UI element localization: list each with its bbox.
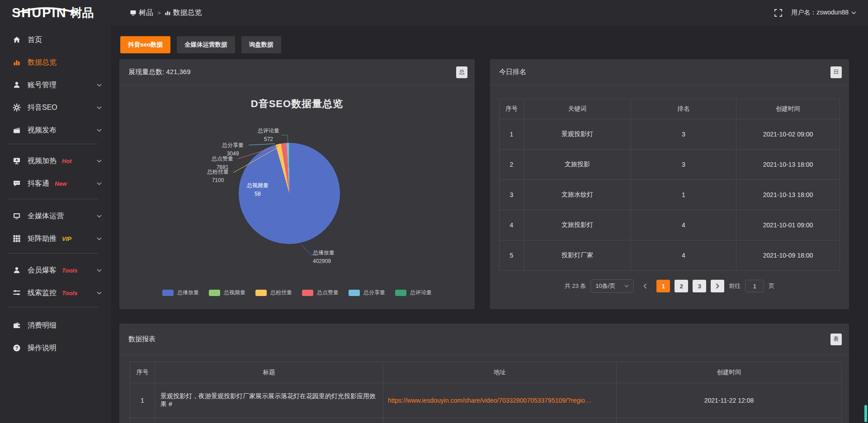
chevron-down-icon — [624, 285, 629, 287]
legend-item-comments[interactable]: 总评论量 — [395, 289, 432, 296]
report-row-created: 2021-11-22 12:08 — [617, 383, 842, 418]
chevron-down-icon — [97, 84, 102, 87]
next-page-button[interactable] — [711, 280, 724, 292]
day-mode-button[interactable]: 日 — [830, 66, 842, 78]
rank-row-index: 4 — [500, 210, 524, 240]
legend-swatch — [209, 290, 220, 296]
chart-panel-header: 展现量总数: 421,369 总 — [119, 59, 475, 85]
sidebar-item-label: 线索监控 — [28, 288, 57, 298]
page-button-2[interactable]: 2 — [675, 280, 688, 292]
wallet-icon — [13, 321, 21, 329]
legend-item-fans[interactable]: 总粉丝量 — [255, 289, 292, 296]
clapperboard-icon — [13, 126, 21, 134]
logo-arc-icon — [16, 7, 76, 13]
sidebar-item-label: 操作说明 — [28, 343, 57, 353]
sidebar-item-media-ops[interactable]: 全媒体运营 — [0, 205, 111, 227]
column-header: 创建时间 — [736, 99, 840, 119]
pagination: 共 23 条 10条/页 1 2 3 前往 页 — [490, 279, 849, 293]
chevron-down-icon — [97, 237, 102, 240]
hot-badge: Hot — [62, 158, 72, 164]
legend-item-plays[interactable]: 总播放量 — [162, 289, 199, 296]
pie-label-plays: 总播放量 402909 — [313, 249, 363, 266]
sidebar-item-label: 抖音SEO — [28, 103, 57, 113]
column-header: 序号 — [130, 362, 155, 383]
sidebar-item-data-overview[interactable]: 数据总览 — [0, 51, 111, 74]
rank-row-index: 3 — [500, 180, 524, 210]
impressions-chart-panel: 展现量总数: 421,369 总 D音SEO数据量总览 总评论量 572 总分享… — [119, 59, 475, 309]
chat-bubble-icon — [13, 179, 21, 188]
sidebar-item-label: 全媒体运营 — [28, 212, 64, 221]
report-row-empty — [383, 418, 617, 423]
sliders-icon — [13, 289, 21, 297]
page-button-1[interactable]: 1 — [656, 280, 670, 292]
chevron-down-icon — [97, 215, 102, 218]
legend-item-shares[interactable]: 总分享量 — [349, 289, 385, 296]
prev-page-button[interactable] — [638, 280, 652, 292]
sidebar-divider — [8, 307, 98, 307]
breadcrumb: 树品 > 数据总览 — [111, 8, 202, 18]
breadcrumb-current-label: 数据总览 — [173, 8, 202, 18]
rank-row-rank: 3 — [631, 119, 736, 150]
top-header: SHUPIN 树品 树品 > 数据总览 用户名：zswodun88 — [0, 0, 868, 25]
column-header: 排名 — [631, 99, 736, 119]
sidebar-item-home[interactable]: 首页 — [0, 28, 111, 51]
rank-row-created: 2021-10-13 18:00 — [736, 150, 840, 180]
sidebar-item-doukertong[interactable]: 抖客通 New — [0, 172, 111, 195]
chevron-down-icon — [97, 106, 102, 109]
report-row-title: 景观投影灯，夜游景观投影灯厂家展示展示落花灯在花园里的灯光投影应用效果 # — [155, 383, 383, 418]
rank-row-rank: 4 — [631, 210, 736, 240]
chart-title: D音SEO数据量总览 — [119, 97, 475, 111]
sidebar-item-consumption-detail[interactable]: 消费明细 — [0, 314, 111, 337]
rank-panel-title: 今日排名 — [499, 68, 526, 76]
table-mode-button[interactable]: 表 — [830, 334, 842, 345]
page-size-select[interactable]: 10条/页 — [590, 279, 634, 293]
total-mode-button[interactable]: 总 — [456, 66, 467, 78]
rank-row-rank: 3 — [631, 150, 736, 180]
rank-row-rank: 4 — [631, 240, 736, 271]
rank-row-keyword: 投影灯厂家 — [524, 240, 631, 271]
sidebar-item-video-publish[interactable]: 视频发布 — [0, 119, 111, 141]
chevron-down-icon — [97, 160, 102, 163]
sidebar-item-instructions[interactable]: ? 操作说明 — [0, 337, 111, 359]
chevron-down-icon — [97, 269, 102, 272]
fullscreen-icon[interactable] — [774, 9, 782, 17]
legend-item-likes[interactable]: 总点赞量 — [302, 289, 339, 296]
tab-media-ops-data[interactable]: 全媒体运营数据 — [177, 36, 235, 53]
total-count-label: 共 23 条 — [565, 282, 586, 290]
sidebar-divider — [8, 144, 98, 144]
column-header: 序号 — [500, 99, 524, 119]
sidebar-item-lead-monitor[interactable]: 线索监控 Tools — [0, 282, 111, 304]
breadcrumb-current[interactable]: 数据总览 — [165, 8, 202, 18]
user-menu[interactable]: 用户名：zswodun88 — [791, 9, 856, 17]
chart-legend: 总播放量 总视频量 总粉丝量 总点赞量 总分享量 总评论量 — [119, 289, 475, 296]
legend-swatch — [255, 290, 267, 296]
sidebar-item-label: 视频加热 — [28, 156, 57, 166]
header-right: 用户名：zswodun88 — [774, 9, 868, 17]
sidebar-item-label: 消费明细 — [28, 321, 57, 330]
screen-up-icon — [13, 157, 21, 165]
impressions-total-label: 展现量总数: 421,369 — [128, 68, 191, 76]
vip-badge: VIP — [62, 235, 71, 242]
sidebar-item-member-booster[interactable]: 会员爆客 Tools — [0, 259, 111, 282]
scrollbar-thumb[interactable] — [864, 405, 867, 422]
sidebar-item-matrix-boost[interactable]: 矩阵助推 VIP — [0, 227, 111, 250]
rank-table: 序号 关键词 排名 创建时间 1 景观投影灯 3 2021-10-02 09:0… — [499, 99, 840, 271]
user-icon — [13, 81, 21, 89]
tools-badge: Tools — [62, 290, 77, 296]
rank-row-created: 2021-10-09 18:00 — [736, 240, 840, 271]
report-table: 序号 标题 地址 创建时间 1 景观投影灯，夜游景观投影灯厂家展示展示落花灯在花… — [130, 362, 842, 423]
breadcrumb-root[interactable]: 树品 — [130, 8, 153, 18]
goto-page-input[interactable] — [745, 280, 764, 292]
report-row-url-link[interactable]: https://www.iesdouyin.com/share/video/70… — [383, 383, 617, 418]
sidebar-item-video-heat[interactable]: 视频加热 Hot — [0, 150, 111, 172]
tab-douyin-seo-data[interactable]: 抖音seo数据 — [120, 36, 170, 53]
breadcrumb-root-label: 树品 — [139, 8, 153, 18]
page-button-3[interactable]: 3 — [693, 280, 706, 292]
sidebar-item-account[interactable]: 账号管理 — [0, 74, 111, 96]
tab-inquiry-data[interactable]: 询盘数据 — [241, 36, 281, 53]
legend-item-videos[interactable]: 总视频量 — [209, 289, 245, 296]
data-report-panel: 数据报表 表 序号 标题 地址 创建时间 1 景观投影灯，夜游景观投影灯厂家展示… — [119, 324, 849, 423]
report-row-empty — [617, 418, 842, 423]
brand-logo[interactable]: SHUPIN 树品 — [0, 6, 111, 19]
sidebar-item-douyin-seo[interactable]: 抖音SEO — [0, 96, 111, 119]
